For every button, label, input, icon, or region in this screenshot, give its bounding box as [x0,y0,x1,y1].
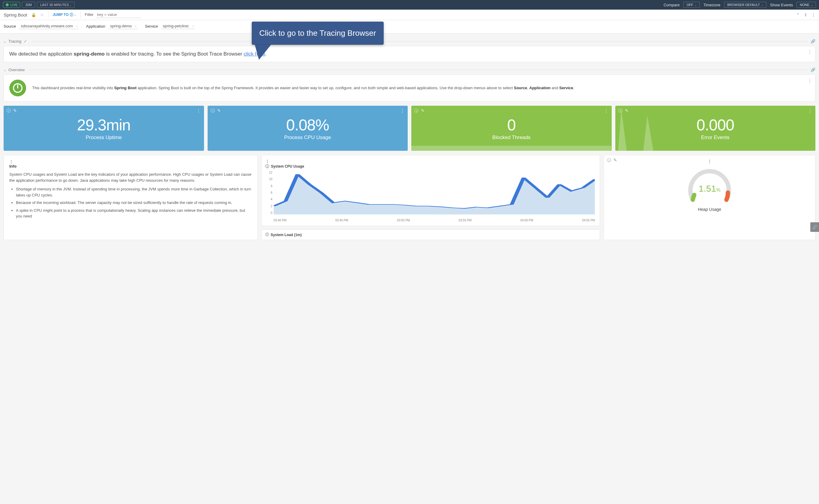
y-tick: 6 [265,191,272,194]
txt-bold: Source [514,86,527,90]
chart-title: System CPU Usage [271,164,304,169]
cpu-chart-svg [274,171,595,214]
range-label: LAST 30 MINUTES [40,3,69,7]
info-circle-icon[interactable]: ⓘ [618,108,623,114]
pencil-icon[interactable]: ✎ [613,158,617,163]
link-icon[interactable]: 🔗 [811,68,815,72]
cpu-column: ⋮ ⓘ System CPU Usage 12 10 8 6 4 2 0 [261,155,600,240]
filter-input[interactable] [96,11,141,18]
filter-group: Filter [85,11,141,18]
section-header-overview: ⌵ Overview 🔗 [4,68,815,72]
content-area: ⌵ Tracing ✓ 🔗 ⋮ We detected the applicat… [0,39,819,246]
tracing-message: We detected the application spring-demo … [9,51,810,57]
card-menu-icon[interactable]: ⋮ [708,159,712,164]
txt: . [573,86,574,90]
info-card: ⋮ Info System CPU usages and System Load… [4,155,258,240]
pencil-icon[interactable]: ✎ [13,108,17,114]
info-title: Info [9,164,252,169]
card-menu-icon[interactable]: ⋮ [807,78,812,83]
jump-to-label: JUMP TO [53,13,69,17]
pencil-icon[interactable]: ✎ [625,108,629,114]
info-circle-icon[interactable]: ⓘ [7,108,11,114]
menu-dots-icon[interactable]: ⋮ [811,13,815,17]
txt-bold: Application [529,86,551,90]
live-badge[interactable]: LIVE [3,2,20,8]
selectors-row: Source sdissanayahlvdq.vmware.com Applic… [0,20,819,34]
card-menu-icon[interactable]: ⋮ [400,108,405,114]
card-menu-icon[interactable]: ⋮ [808,108,812,114]
info-circle-icon[interactable]: ⓘ [265,164,269,169]
share-icon[interactable]: ⇪ [804,13,807,17]
info-circle-icon[interactable]: ⓘ [211,108,215,114]
link-icon[interactable]: 🔗 [811,39,815,44]
txt: We detected the application [9,51,74,57]
txt: application. Spring Boot is built on the… [137,86,514,90]
star-icon[interactable]: ☆ [40,13,44,17]
gauge-pct: % [716,187,720,193]
gauge-value: 1.51 [699,184,716,193]
card-menu-icon[interactable]: ⋮ [265,159,269,164]
show-events-dropdown[interactable]: NONE ⌵ [796,2,816,8]
service-dropdown[interactable]: spring-petclinic [161,23,195,29]
heap-gauge-card: ⋮ ⓘ ✎ 1.51% Heap Usage [604,155,815,240]
info-circle-icon[interactable]: ⓘ [607,158,611,163]
show-events-value: NONE [800,3,809,7]
live-label: LIVE [10,3,17,7]
service-label: Service [145,24,158,29]
card-menu-icon[interactable]: ⋮ [196,108,201,114]
overview-card: ⋮ This dashboard provides real-time visi… [4,74,815,102]
range-30m-button[interactable]: 30M [22,2,35,8]
chevron-down-icon[interactable]: ⌵ [4,68,6,72]
chevron-down-icon: ⌵ [811,4,813,6]
card-menu-icon[interactable]: ⋮ [807,49,812,55]
x-axis: 03:40 PM 03:45 PM 03:50 PM 03:55 PM 04:0… [274,219,595,222]
range-dropdown[interactable]: LAST 30 MINUTES ⌵ [37,2,75,8]
chevron-down-icon: ⌵ [70,4,71,7]
section-header-tracing: ⌵ Tracing ✓ 🔗 [4,39,815,44]
divider [48,12,48,18]
card-menu-icon[interactable]: ⋮ [9,159,13,164]
topbar: LIVE 30M LAST 30 MINUTES ⌵ Compare OFF ⌵… [0,0,819,10]
filter-label: Filter [85,12,93,17]
collapse-icon[interactable]: ⌃ [796,13,800,17]
timezone-value: BROWSER DEFAULT [727,3,760,7]
chart-title: System Load (1m) [271,233,302,237]
txt: is enabled for tracing. To see the Sprin… [105,51,244,57]
stat-row: ⓘ✎ ⋮ 29.3min Process Uptime ⓘ✎ ⋮ 0.08% P… [4,106,815,151]
stat-card-cpu: ⓘ✎ ⋮ 0.08% Process CPU Usage [208,106,408,151]
chevron-down-icon[interactable]: ⌵ [4,39,6,44]
stat-label: Process CPU Usage [284,135,331,141]
pencil-icon[interactable]: ✎ [421,108,425,114]
callout-text: Click to go to the Tracing Browser [252,22,384,45]
section-title: Overview [8,68,25,72]
side-link-icon[interactable]: 🔗 [810,222,819,232]
list-item: Shortage of memory in the JVM. Instead o… [16,186,252,198]
y-axis: 12 10 8 6 4 2 0 [265,171,272,214]
compare-label: Compare [664,3,680,7]
cpu-chart: 12 10 8 6 4 2 0 03:40 PM 03:45 PM 03:50 … [265,171,596,222]
list-item: Because of the incoming workload. The se… [16,200,252,206]
info-circle-icon[interactable]: ⓘ [414,108,419,114]
application-label: Application [86,24,105,29]
overview-text: This dashboard provides real-time visibi… [32,85,574,91]
stat-card-uptime: ⓘ✎ ⋮ 29.3min Process Uptime [4,106,204,151]
timezone-dropdown[interactable]: BROWSER DEFAULT ⌵ [724,2,767,8]
pencil-icon[interactable]: ✎ [217,108,221,114]
txt-bold: Spring Boot [114,86,136,90]
info-bullets: Shortage of memory in the JVM. Instead o… [9,186,252,219]
gauge: 1.51% [686,166,734,205]
gauge-label: Heap Usage [698,207,721,212]
txt: This dashboard provides real-time visibi… [32,86,114,90]
application-dropdown[interactable]: spring-demo [108,23,138,29]
y-tick: 0 [265,211,272,214]
source-dropdown[interactable]: sdissanayahlvdq.vmware.com [19,23,79,29]
card-menu-icon[interactable]: ⋮ [604,108,609,114]
jump-to-button[interactable]: JUMP TO ⓘ ⌵ [53,12,76,17]
info-circle-icon[interactable]: ⓘ [265,232,269,237]
compare-dropdown[interactable]: OFF ⌵ [683,2,700,8]
tracing-card: ⋮ We detected the application spring-dem… [4,46,815,62]
info-circle-icon: ⓘ [70,12,73,17]
txt-bold: spring-demo [74,51,105,57]
stat-value: 29.3min [77,116,130,134]
txt-bold: Service [559,86,573,90]
